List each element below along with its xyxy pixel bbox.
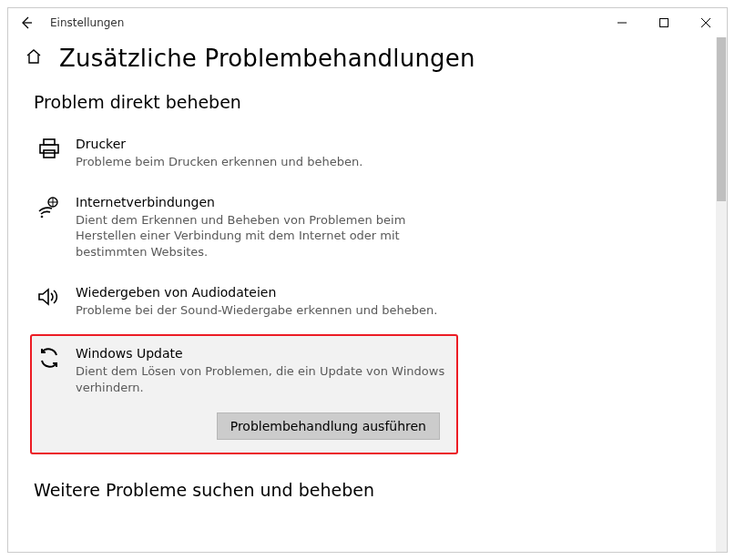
minimize-button[interactable]	[601, 8, 643, 37]
svg-point-5	[41, 215, 44, 217]
run-troubleshooter-button[interactable]: Problembehandlung ausführen	[217, 412, 440, 440]
close-icon	[701, 18, 710, 27]
troubleshooter-desc: Probleme beim Drucken erkennen und beheb…	[76, 154, 447, 170]
svg-rect-0	[660, 19, 669, 27]
minimize-icon	[618, 18, 627, 27]
svg-rect-3	[44, 150, 55, 158]
section-title-more: Weitere Probleme suchen und beheben	[34, 480, 716, 500]
wifi-globe-icon	[36, 194, 63, 260]
window-controls	[601, 8, 727, 37]
home-icon[interactable]	[25, 47, 43, 69]
svg-rect-1	[44, 139, 55, 145]
troubleshooter-desc: Dient dem Lösen von Problemen, die ein U…	[76, 363, 447, 395]
close-button[interactable]	[685, 8, 727, 37]
titlebar: Einstellungen	[8, 8, 727, 37]
troubleshooter-title: Windows Update	[76, 345, 447, 361]
printer-icon	[36, 136, 63, 170]
page-header: Zusätzliche Problembehandlungen	[25, 45, 716, 72]
window-title: Einstellungen	[50, 16, 124, 29]
troubleshooter-title: Drucker	[76, 136, 447, 152]
sync-icon	[36, 345, 63, 439]
troubleshooter-title: Internetverbindungen	[76, 194, 447, 210]
vertical-scrollbar[interactable]	[716, 37, 727, 552]
troubleshooter-desc: Dient dem Erkennen und Beheben von Probl…	[76, 212, 447, 260]
maximize-icon	[659, 18, 669, 27]
troubleshooter-internet[interactable]: Internetverbindungen Dient dem Erkennen …	[30, 187, 458, 268]
maximize-button[interactable]	[643, 8, 685, 37]
troubleshooter-desc: Probleme bei der Sound-Wiedergabe erkenn…	[76, 302, 447, 319]
troubleshooter-printer[interactable]: Drucker Probleme beim Drucken erkennen u…	[30, 128, 458, 178]
scrollbar-thumb[interactable]	[717, 37, 726, 201]
troubleshooter-audio[interactable]: Wiedergeben von Audiodateien Probleme be…	[30, 277, 458, 326]
arrow-left-icon	[19, 15, 34, 30]
troubleshooter-windows-update[interactable]: Windows Update Dient dem Lösen von Probl…	[30, 334, 458, 453]
settings-window: Einstellungen Zusät	[7, 7, 728, 553]
page-title: Zusätzliche Problembehandlungen	[59, 45, 475, 72]
section-title-direct: Problem direkt beheben	[34, 92, 716, 112]
back-button[interactable]	[14, 10, 39, 36]
troubleshooter-title: Wiedergeben von Audiodateien	[76, 284, 447, 300]
svg-rect-2	[40, 145, 58, 153]
speaker-icon	[36, 284, 63, 319]
